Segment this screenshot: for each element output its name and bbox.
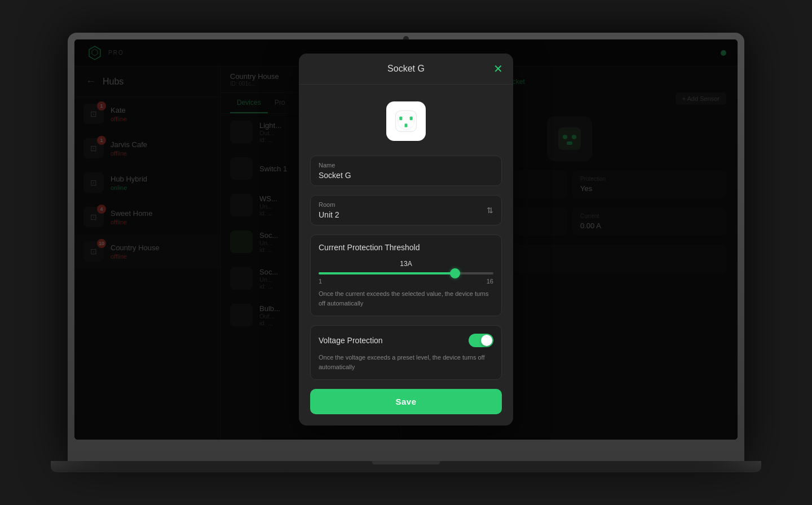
socket-icon (386, 101, 426, 141)
voltage-protection-title: Voltage Protection (319, 336, 383, 345)
room-field-content: Room Unit 2 (319, 201, 339, 219)
slider-range: 1 16 (319, 278, 493, 285)
name-field: Name Socket G (310, 156, 502, 186)
name-field-value[interactable]: Socket G (319, 171, 493, 180)
voltage-header: Voltage Protection (319, 334, 493, 347)
chevron-updown-icon: ⇅ (487, 206, 493, 215)
settings-modal: Socket G ✕ (299, 54, 513, 426)
room-field-row: Room Unit 2 ⇅ (319, 201, 493, 219)
modal-header: Socket G ✕ (299, 54, 513, 85)
laptop-trackpad-notch (372, 461, 440, 464)
app-screen: PRO ← Hubs (74, 39, 738, 440)
current-protection-section: Current Protection Threshold 13A 1 (310, 234, 502, 316)
slider-max: 16 (487, 278, 493, 285)
laptop-bottom-bar (51, 461, 761, 472)
slider-fill (319, 272, 455, 274)
slider-min: 1 (319, 278, 322, 285)
room-field[interactable]: Room Unit 2 ⇅ (310, 195, 502, 225)
slider-container (319, 272, 493, 274)
slider-track (319, 272, 493, 274)
modal-overlay: Socket G ✕ (74, 39, 738, 440)
laptop-screen: PRO ← Hubs (74, 39, 738, 440)
svg-rect-5 (399, 117, 402, 121)
svg-rect-6 (410, 117, 413, 121)
save-button[interactable]: Save (310, 389, 502, 414)
room-field-value: Unit 2 (319, 210, 339, 219)
slider-value-label: 13A (319, 260, 493, 268)
name-field-label: Name (319, 162, 493, 169)
svg-rect-7 (405, 123, 408, 127)
current-protection-title: Current Protection Threshold (319, 243, 493, 252)
voltage-protection-section: Voltage Protection Once the voltage exce… (310, 325, 502, 380)
voltage-toggle[interactable] (469, 334, 493, 347)
current-protection-desc: Once the current exceeds the selected va… (319, 289, 493, 308)
modal-close-button[interactable]: ✕ (493, 63, 503, 74)
room-field-label: Room (319, 201, 339, 208)
voltage-protection-desc: Once the voltage exceeds a preset level,… (319, 353, 493, 371)
slider-thumb[interactable] (450, 268, 460, 278)
socket-icon-container (310, 96, 502, 147)
modal-title: Socket G (387, 64, 425, 74)
svg-rect-4 (396, 111, 417, 132)
toggle-knob (481, 335, 492, 346)
modal-body: Name Socket G Room Unit 2 (299, 85, 513, 426)
